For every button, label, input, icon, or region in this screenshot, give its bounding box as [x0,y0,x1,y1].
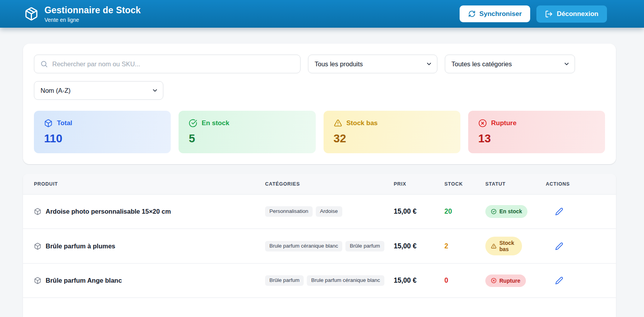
sort-wrap: Nom (A-Z) [34,81,163,100]
package-icon [34,208,41,215]
actions-cell [546,274,616,287]
status-badge: Stock bas [485,237,522,255]
refresh-icon [468,10,476,18]
status-cell: En stock [485,205,546,218]
product-filter-select[interactable]: Tous les produits [308,55,437,73]
logout-icon [545,10,553,18]
pencil-icon [555,207,563,216]
search-input[interactable] [34,55,301,73]
search-icon [40,60,48,68]
stat-label: Stock bas [347,119,378,127]
stat-head: Stock bas [334,119,450,128]
category-pill: Brule parfum céranique blanc [265,241,342,251]
column-header-status: Statut [485,174,546,194]
actions-cell [546,205,616,218]
table-row: Brûle parfum Ange blanc Brûle parfumBrul… [23,263,616,298]
stock-cell: 2 [444,242,485,250]
status-label: Stock bas [499,240,517,252]
check-circle-icon [189,119,197,128]
app-subtitle: Vente en ligne [44,17,141,23]
edit-button[interactable] [553,205,566,218]
app-title: Gestionnaire de Stock [44,5,141,16]
filters-panel: Tous les produits Toutes les catégories … [23,44,616,164]
app-header: Gestionnaire de Stock Vente en ligne Syn… [0,0,644,28]
product-cell: Brûle parfum à plumes [23,243,265,250]
edit-button[interactable] [553,240,566,253]
product-name: Ardoise photo personnalisable 15×20 cm [46,208,171,215]
search-wrap [34,55,301,73]
status-cell: Rupture [485,274,546,287]
category-pill: Brule parfum céranique blanc [307,275,384,286]
stat-head: Total [44,119,161,128]
category-pill: Ardoise [316,206,342,217]
stat-value: 13 [478,132,595,145]
header-actions: Synchroniser Déconnexion [460,5,607,23]
product-name: Brûle parfum à plumes [46,243,115,250]
product-filter-wrap: Tous les produits [308,55,437,73]
table-body: Ardoise photo personnalisable 15×20 cm P… [23,194,616,298]
logout-button[interactable]: Déconnexion [536,5,607,23]
table-row [23,298,616,317]
stock-cell: 0 [444,276,485,285]
status-cell: Stock bas [485,237,546,255]
column-header-actions: Actions [546,174,616,194]
status-badge: En stock [485,205,527,218]
stat-head: Rupture [478,119,595,128]
stats-grid: Total 110 [34,111,605,153]
status-label: Rupture [499,278,520,284]
x-circle-icon [478,119,487,128]
x-circle-icon [491,278,497,283]
product-cell: Brûle parfum Ange blanc [23,277,265,284]
product-cell: Ardoise photo personnalisable 15×20 cm [23,208,265,215]
sort-row: Nom (A-Z) [34,81,605,100]
category-list: Brule parfum céranique blancBrûle parfum [265,241,394,251]
pencil-icon [555,276,563,285]
package-icon [34,277,41,284]
column-header-categories: Catégories [265,174,394,194]
check-circle-icon [491,209,497,214]
category-filter-wrap: Toutes les catégories [445,55,575,73]
stat-card[interactable]: Stock bas 32 [324,111,460,153]
pencil-icon [555,242,563,250]
logout-label: Déconnexion [557,11,598,17]
table-row: Ardoise photo personnalisable 15×20 cm P… [23,194,616,228]
category-filter-select[interactable]: Toutes les catégories [445,55,575,73]
price-cell: 15,00 € [394,276,444,285]
table-header-row: Produit Catégories Prix Stock Statut Act… [23,174,616,194]
alert-triangle-icon [334,119,342,128]
main-content: Tous les produits Toutes les catégories … [23,44,616,317]
status-label: En stock [499,208,522,214]
stat-label: En stock [202,119,229,127]
brand-text: Gestionnaire de Stock Vente en ligne [44,5,141,23]
stat-value: 110 [44,132,161,145]
stat-label: Total [57,119,72,127]
filter-row: Tous les produits Toutes les catégories [34,55,605,73]
column-header-price: Prix [394,174,444,194]
stat-card[interactable]: Rupture 13 [468,111,605,153]
stock-cell: 20 [444,207,485,216]
brand: Gestionnaire de Stock Vente en ligne [24,5,141,23]
table-row: Brûle parfum à plumes Brule parfum céran… [23,228,616,263]
stat-label: Rupture [491,119,517,127]
package-icon [34,243,41,250]
stat-head: En stock [189,119,305,128]
product-name: Brûle parfum Ange blanc [46,277,122,284]
category-pill: Brûle parfum [265,275,304,286]
column-header-stock: Stock [444,174,485,194]
category-list: Brûle parfumBrule parfum céranique blanc [265,275,394,286]
package-icon [44,119,53,128]
stat-card[interactable]: En stock 5 [179,111,315,153]
sort-select[interactable]: Nom (A-Z) [34,81,163,100]
stat-card[interactable]: Total 110 [34,111,171,153]
column-header-product: Produit [23,174,265,194]
products-table: Produit Catégories Prix Stock Statut Act… [23,174,616,317]
price-cell: 15,00 € [394,242,444,250]
synchronize-label: Synchroniser [479,11,522,17]
alert-triangle-icon [491,243,497,249]
category-pill: Personnalisation [265,206,313,217]
edit-button[interactable] [553,274,566,287]
stat-value: 5 [189,132,305,145]
stat-value: 32 [334,132,450,145]
package-icon [24,7,39,21]
synchronize-button[interactable]: Synchroniser [460,5,531,22]
